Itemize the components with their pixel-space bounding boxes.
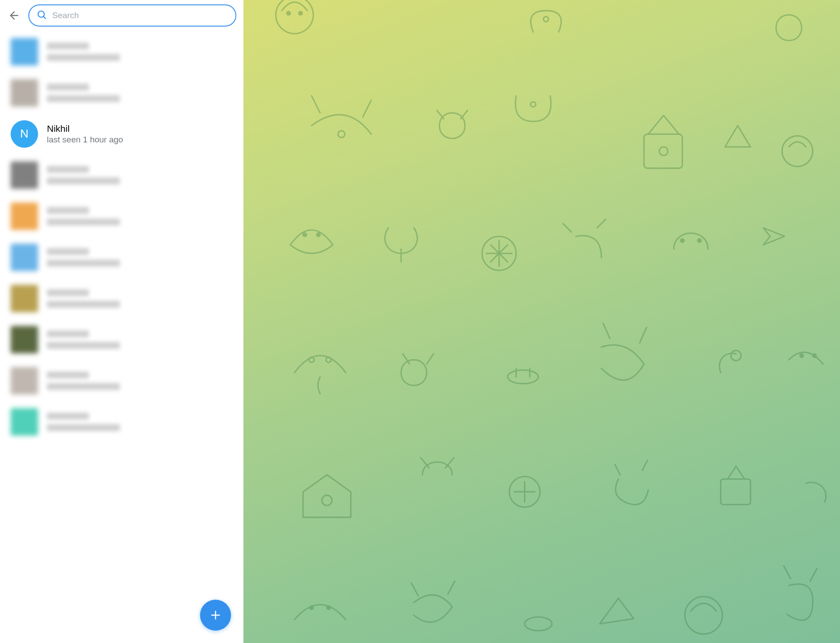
blurred-status (47, 342, 120, 349)
chat-item-blurred[interactable] (0, 401, 243, 442)
svg-point-16 (317, 233, 320, 237)
chat-meta (47, 371, 236, 390)
chat-meta (47, 413, 236, 431)
sidebar: N Nikhil last seen 1 hour ago (0, 0, 243, 643)
svg-point-30 (685, 597, 723, 634)
blurred-status (47, 54, 120, 61)
blurred-name (47, 289, 89, 296)
blurred-name (47, 248, 89, 255)
avatar (11, 38, 38, 65)
svg-point-6 (287, 11, 290, 15)
blurred-name (47, 330, 89, 337)
blurred-status (47, 177, 120, 184)
background-pattern-icon (243, 0, 840, 643)
chat-meta (47, 289, 236, 308)
app-root: N Nikhil last seen 1 hour ago (0, 0, 840, 643)
compose-button[interactable] (200, 600, 231, 631)
svg-rect-12 (644, 134, 682, 168)
svg-point-28 (310, 606, 313, 609)
chat-item-blurred[interactable] (0, 31, 243, 72)
svg-point-15 (303, 233, 307, 237)
chat-meta (47, 248, 236, 267)
back-button[interactable] (4, 5, 25, 26)
chat-item-blurred[interactable] (0, 72, 243, 113)
contact-status: last seen 1 hour ago (47, 135, 236, 145)
svg-point-22 (731, 350, 741, 360)
blurred-name (47, 166, 89, 173)
svg-rect-27 (721, 479, 750, 505)
search-field-wrap (28, 4, 236, 27)
search-header (0, 0, 243, 31)
chat-item-blurred[interactable] (0, 154, 243, 195)
avatar: N (11, 120, 38, 148)
avatar (11, 285, 38, 312)
chat-item-blurred[interactable] (0, 195, 243, 237)
svg-point-14 (782, 136, 813, 166)
avatar (11, 408, 38, 436)
chat-meta: Nikhil last seen 1 hour ago (47, 123, 236, 145)
svg-point-8 (543, 17, 549, 22)
svg-point-7 (299, 11, 302, 15)
blurred-status (47, 424, 120, 431)
blurred-name (47, 371, 89, 379)
search-input[interactable] (28, 4, 236, 27)
chat-meta (47, 330, 236, 349)
avatar (11, 367, 38, 394)
blurred-name (47, 84, 89, 91)
chat-item-blurred[interactable] (0, 237, 243, 278)
chat-item-blurred[interactable] (0, 360, 243, 401)
blurred-name (47, 413, 89, 420)
blurred-status (47, 218, 120, 226)
blurred-status (47, 301, 120, 308)
svg-point-25 (322, 495, 332, 505)
svg-point-11 (531, 102, 536, 107)
blurred-status (47, 260, 120, 267)
svg-point-29 (327, 606, 331, 609)
svg-point-13 (659, 147, 668, 155)
avatar-initial: N (20, 127, 29, 141)
plus-icon (209, 609, 222, 622)
chat-item-blurred[interactable] (0, 278, 243, 319)
chat-meta (47, 166, 236, 184)
svg-point-5 (276, 0, 313, 34)
blurred-status (47, 383, 120, 390)
blurred-status (47, 95, 120, 102)
avatar (11, 326, 38, 353)
chat-meta (47, 84, 236, 102)
blurred-name (47, 42, 89, 50)
blurred-name (47, 207, 89, 214)
chat-item-nikhil[interactable]: N Nikhil last seen 1 hour ago (0, 113, 243, 154)
svg-point-24 (813, 354, 816, 357)
avatar (11, 244, 38, 271)
contact-name: Nikhil (47, 123, 236, 134)
svg-point-10 (338, 131, 345, 138)
chat-background (243, 0, 840, 643)
avatar (11, 203, 38, 230)
chat-meta (47, 42, 236, 61)
svg-point-23 (800, 354, 803, 357)
svg-point-18 (681, 239, 684, 242)
avatar (11, 161, 38, 189)
svg-point-19 (697, 239, 701, 242)
chat-list[interactable]: N Nikhil last seen 1 hour ago (0, 31, 243, 643)
arrow-left-icon (8, 9, 20, 22)
chat-meta (47, 207, 236, 226)
avatar (11, 79, 38, 107)
chat-item-blurred[interactable] (0, 319, 243, 360)
